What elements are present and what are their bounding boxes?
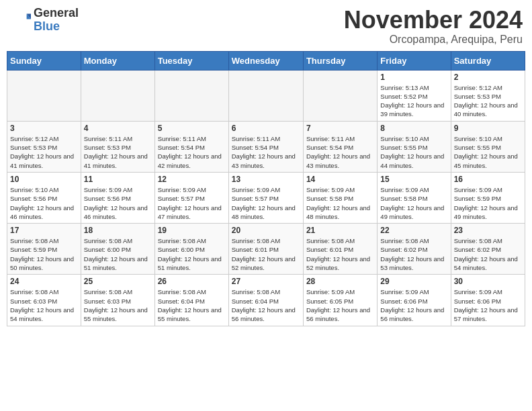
day-number: 20 <box>232 226 300 235</box>
calendar-day-cell <box>7 70 81 121</box>
day-info: Sunrise: 5:08 AM Sunset: 6:02 PM Dayligh… <box>380 236 447 272</box>
day-of-week-header: Saturday <box>451 51 525 70</box>
day-number: 4 <box>84 124 152 133</box>
day-info: Sunrise: 5:11 AM Sunset: 5:54 PM Dayligh… <box>306 134 374 170</box>
day-number: 21 <box>306 226 374 235</box>
calendar-day-cell: 25Sunrise: 5:08 AM Sunset: 6:03 PM Dayli… <box>81 275 154 326</box>
calendar-week-row: 1Sunrise: 5:13 AM Sunset: 5:52 PM Daylig… <box>7 70 525 121</box>
logo: General Blue <box>9 7 79 34</box>
day-number: 10 <box>10 175 78 184</box>
calendar-day-cell: 19Sunrise: 5:08 AM Sunset: 6:00 PM Dayli… <box>154 224 228 275</box>
calendar-day-cell: 2Sunrise: 5:12 AM Sunset: 5:53 PM Daylig… <box>451 70 525 121</box>
day-info: Sunrise: 5:08 AM Sunset: 6:02 PM Dayligh… <box>454 236 522 272</box>
calendar-week-row: 10Sunrise: 5:10 AM Sunset: 5:56 PM Dayli… <box>7 172 525 223</box>
calendar-header-row: SundayMondayTuesdayWednesdayThursdayFrid… <box>7 51 525 70</box>
day-info: Sunrise: 5:08 AM Sunset: 6:00 PM Dayligh… <box>84 236 152 272</box>
calendar-day-cell: 10Sunrise: 5:10 AM Sunset: 5:56 PM Dayli… <box>7 172 81 223</box>
day-number: 8 <box>380 124 447 133</box>
calendar-day-cell: 8Sunrise: 5:10 AM Sunset: 5:55 PM Daylig… <box>378 121 451 172</box>
day-info: Sunrise: 5:09 AM Sunset: 6:06 PM Dayligh… <box>454 287 522 323</box>
calendar-day-cell <box>228 70 303 121</box>
calendar-day-cell: 24Sunrise: 5:08 AM Sunset: 6:03 PM Dayli… <box>7 275 81 326</box>
calendar-day-cell: 12Sunrise: 5:09 AM Sunset: 5:57 PM Dayli… <box>154 172 228 223</box>
calendar-week-row: 3Sunrise: 5:12 AM Sunset: 5:53 PM Daylig… <box>7 121 525 172</box>
day-info: Sunrise: 5:10 AM Sunset: 5:56 PM Dayligh… <box>10 185 78 221</box>
day-number: 24 <box>10 277 78 286</box>
day-info: Sunrise: 5:11 AM Sunset: 5:54 PM Dayligh… <box>232 134 300 170</box>
calendar-day-cell: 7Sunrise: 5:11 AM Sunset: 5:54 PM Daylig… <box>303 121 377 172</box>
day-number: 15 <box>380 175 447 184</box>
calendar-day-cell <box>303 70 377 121</box>
day-number: 22 <box>380 226 447 235</box>
day-number: 9 <box>454 124 522 133</box>
day-number: 19 <box>158 226 226 235</box>
day-info: Sunrise: 5:08 AM Sunset: 6:00 PM Dayligh… <box>158 236 226 272</box>
day-info: Sunrise: 5:08 AM Sunset: 6:04 PM Dayligh… <box>158 287 226 323</box>
day-of-week-header: Friday <box>378 51 451 70</box>
title-block: November 2024 Orcopampa, Arequipa, Peru <box>344 7 523 46</box>
calendar-day-cell: 21Sunrise: 5:08 AM Sunset: 6:01 PM Dayli… <box>303 224 377 275</box>
day-number: 5 <box>158 124 226 133</box>
day-info: Sunrise: 5:08 AM Sunset: 6:01 PM Dayligh… <box>306 236 374 272</box>
day-of-week-header: Wednesday <box>228 51 303 70</box>
day-info: Sunrise: 5:08 AM Sunset: 6:03 PM Dayligh… <box>84 287 152 323</box>
calendar-day-cell: 20Sunrise: 5:08 AM Sunset: 6:01 PM Dayli… <box>228 224 303 275</box>
day-info: Sunrise: 5:12 AM Sunset: 5:53 PM Dayligh… <box>10 134 78 170</box>
calendar-day-cell: 13Sunrise: 5:09 AM Sunset: 5:57 PM Dayli… <box>228 172 303 223</box>
calendar-day-cell: 9Sunrise: 5:10 AM Sunset: 5:55 PM Daylig… <box>451 121 525 172</box>
day-number: 27 <box>232 277 300 286</box>
day-number: 29 <box>380 277 447 286</box>
calendar-day-cell: 16Sunrise: 5:09 AM Sunset: 5:59 PM Dayli… <box>451 172 525 223</box>
page-header: General Blue November 2024 Orcopampa, Ar… <box>7 7 525 46</box>
month-title: November 2024 <box>344 7 523 34</box>
day-of-week-header: Tuesday <box>154 51 228 70</box>
day-info: Sunrise: 5:10 AM Sunset: 5:55 PM Dayligh… <box>454 134 522 170</box>
calendar-day-cell <box>81 70 154 121</box>
day-info: Sunrise: 5:13 AM Sunset: 5:52 PM Dayligh… <box>380 83 447 119</box>
calendar-day-cell: 23Sunrise: 5:08 AM Sunset: 6:02 PM Dayli… <box>451 224 525 275</box>
calendar-day-cell: 27Sunrise: 5:08 AM Sunset: 6:04 PM Dayli… <box>228 275 303 326</box>
calendar-day-cell: 5Sunrise: 5:11 AM Sunset: 5:54 PM Daylig… <box>154 121 228 172</box>
day-number: 6 <box>232 124 300 133</box>
calendar-week-row: 17Sunrise: 5:08 AM Sunset: 5:59 PM Dayli… <box>7 224 525 275</box>
calendar-day-cell: 29Sunrise: 5:09 AM Sunset: 6:06 PM Dayli… <box>378 275 451 326</box>
calendar-day-cell: 11Sunrise: 5:09 AM Sunset: 5:56 PM Dayli… <box>81 172 154 223</box>
logo-icon <box>9 9 31 31</box>
calendar-day-cell: 28Sunrise: 5:09 AM Sunset: 6:05 PM Dayli… <box>303 275 377 326</box>
calendar-day-cell <box>154 70 228 121</box>
day-info: Sunrise: 5:09 AM Sunset: 5:57 PM Dayligh… <box>232 185 300 221</box>
calendar-day-cell: 14Sunrise: 5:09 AM Sunset: 5:58 PM Dayli… <box>303 172 377 223</box>
calendar-day-cell: 17Sunrise: 5:08 AM Sunset: 5:59 PM Dayli… <box>7 224 81 275</box>
calendar-day-cell: 6Sunrise: 5:11 AM Sunset: 5:54 PM Daylig… <box>228 121 303 172</box>
calendar-table: SundayMondayTuesdayWednesdayThursdayFrid… <box>7 51 525 326</box>
day-info: Sunrise: 5:09 AM Sunset: 5:58 PM Dayligh… <box>380 185 447 221</box>
day-info: Sunrise: 5:09 AM Sunset: 5:58 PM Dayligh… <box>306 185 374 221</box>
day-info: Sunrise: 5:08 AM Sunset: 6:04 PM Dayligh… <box>232 287 300 323</box>
day-info: Sunrise: 5:11 AM Sunset: 5:54 PM Dayligh… <box>158 134 226 170</box>
calendar-day-cell: 18Sunrise: 5:08 AM Sunset: 6:00 PM Dayli… <box>81 224 154 275</box>
day-info: Sunrise: 5:10 AM Sunset: 5:55 PM Dayligh… <box>380 134 447 170</box>
day-number: 11 <box>84 175 152 184</box>
calendar-day-cell: 30Sunrise: 5:09 AM Sunset: 6:06 PM Dayli… <box>451 275 525 326</box>
day-info: Sunrise: 5:08 AM Sunset: 6:01 PM Dayligh… <box>232 236 300 272</box>
day-info: Sunrise: 5:08 AM Sunset: 6:03 PM Dayligh… <box>10 287 78 323</box>
logo-general: General <box>34 7 79 20</box>
day-info: Sunrise: 5:09 AM Sunset: 5:56 PM Dayligh… <box>84 185 152 221</box>
day-number: 30 <box>454 277 522 286</box>
day-info: Sunrise: 5:08 AM Sunset: 5:59 PM Dayligh… <box>10 236 78 272</box>
day-number: 17 <box>10 226 78 235</box>
day-number: 26 <box>158 277 226 286</box>
location: Orcopampa, Arequipa, Peru <box>344 34 523 46</box>
day-of-week-header: Sunday <box>7 51 81 70</box>
day-number: 23 <box>454 226 522 235</box>
day-info: Sunrise: 5:09 AM Sunset: 6:06 PM Dayligh… <box>380 287 447 323</box>
day-number: 2 <box>454 73 522 82</box>
day-number: 7 <box>306 124 374 133</box>
day-number: 16 <box>454 175 522 184</box>
calendar-day-cell: 26Sunrise: 5:08 AM Sunset: 6:04 PM Dayli… <box>154 275 228 326</box>
day-number: 3 <box>10 124 78 133</box>
calendar-day-cell: 3Sunrise: 5:12 AM Sunset: 5:53 PM Daylig… <box>7 121 81 172</box>
calendar-day-cell: 22Sunrise: 5:08 AM Sunset: 6:02 PM Dayli… <box>378 224 451 275</box>
day-number: 25 <box>84 277 152 286</box>
day-info: Sunrise: 5:09 AM Sunset: 6:05 PM Dayligh… <box>306 287 374 323</box>
